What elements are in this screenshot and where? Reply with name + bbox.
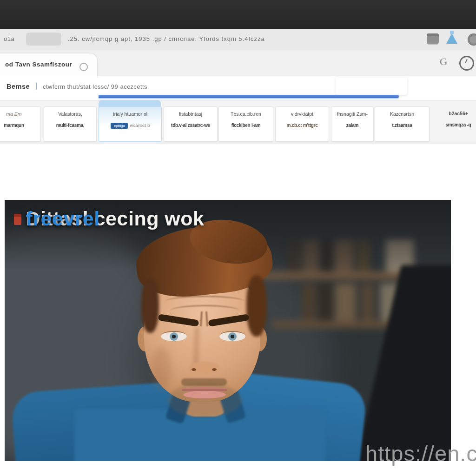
suggestion-card[interactable]: vidrvktatpt m.cb.c: m'ttgrc <box>275 106 329 142</box>
window-titlebar <box>0 0 476 29</box>
man-eye <box>161 331 187 341</box>
suggestion-card-highlighted[interactable]: tria'y htuamor ol epittigawicai tect lo <box>99 106 162 142</box>
browser-window: o1a .25. cw/jlcmqp g apt, 1935 .gp / cmr… <box>0 0 476 476</box>
suggestion-card[interactable]: fistabtntasj tdb.v-al zssatrc-ws <box>164 106 218 142</box>
suggestion-card[interactable]: fhsnagiti Zsm- zalam <box>331 106 374 142</box>
hero-image: Dittasl cecing wok freevrel <box>5 200 451 461</box>
card-line: t.ztsamsa <box>375 123 429 128</box>
printer-icon[interactable] <box>427 33 439 44</box>
headline-blue: freevrel <box>26 207 99 230</box>
suggestion-card-row: ma Em marmqun Valastoras, multi-fcasma, … <box>0 100 476 144</box>
card-title: Kazcnsrtsn <box>375 111 429 117</box>
lower-lip <box>183 391 226 398</box>
tab-title: od Tavn Ssamfiszour <box>5 61 72 68</box>
nose-tip <box>189 362 219 374</box>
watermark-url: https://en.c <box>365 441 476 466</box>
pupil <box>172 335 176 338</box>
card-title: b2ac56+ <box>430 111 476 116</box>
mouth-line <box>182 390 227 390</box>
suggestion-card[interactable]: Tbs.ca.cib.ren ficcklben i-am <box>218 106 273 142</box>
card-title: fhsnagiti Zsm- <box>331 111 373 117</box>
cheek-shading <box>152 347 171 390</box>
address-separator: | <box>35 82 37 90</box>
card-line: marmqun <box>0 123 40 128</box>
active-tab[interactable]: od Tavn Ssamfiszour <box>0 53 98 77</box>
tab-favicon <box>79 63 88 71</box>
suggestion-card[interactable]: ma Em marmqun <box>0 106 41 142</box>
card-title: ma Em <box>0 111 40 117</box>
address-url-text: ctwfcrm thut/stat lcssc/ 99 acczcetts <box>43 83 147 90</box>
book <box>302 284 316 321</box>
progress-bar <box>99 95 399 98</box>
card-button-caption: wicai tect lo <box>130 123 150 128</box>
card-button[interactable]: epittiga <box>111 123 128 129</box>
address-bar[interactable]: Bemse | ctwfcrm thut/stat lcssc/ 99 accz… <box>0 76 476 100</box>
menu-items-text: .25. cw/jlcmqp g apt, 1935 .gp / cmrcnae… <box>68 35 265 42</box>
iris <box>228 332 237 341</box>
clock-icon[interactable] <box>459 56 474 71</box>
suggestion-card[interactable]: Valastoras, multi-fcasma, <box>44 106 97 142</box>
nostril <box>212 368 217 371</box>
book <box>320 284 331 321</box>
man-hair-temple <box>246 275 267 337</box>
forehead-wrinkle <box>170 305 240 317</box>
g-glyph[interactable]: G <box>439 55 448 68</box>
card-title: Tbs.ca.cib.ren <box>219 111 273 117</box>
card-line: smsmqza -q <box>430 122 476 127</box>
card-title: vidrvktatpt <box>276 111 329 117</box>
card-line: epittigawicai tect lo <box>99 123 161 129</box>
flask-icon[interactable] <box>446 33 457 44</box>
card-line: zalam <box>331 123 373 128</box>
card-line: tdb.v-al zssatrc-ws <box>164 123 217 128</box>
hero-headline: Dittasl cecing wok freevrel <box>8 207 26 230</box>
nostril <box>192 368 196 371</box>
iris <box>170 332 178 341</box>
man-hair-temple <box>141 278 159 333</box>
tab-strip: od Tavn Ssamfiszour G <box>0 50 476 76</box>
menu-bar: o1a .25. cw/jlcmqp g apt, 1935 .gp / cmr… <box>0 29 476 51</box>
pupil <box>231 335 234 338</box>
card-title: Valastoras, <box>44 111 96 117</box>
card-line: ficcklben i-am <box>219 123 273 128</box>
man-eye <box>219 331 245 341</box>
menu-placeholder-pill <box>26 33 61 46</box>
book <box>335 284 356 321</box>
address-label: Bemse <box>7 83 30 90</box>
suggestion-card[interactable]: b2ac56+ smsmqza -q <box>430 106 476 141</box>
address-dropdown-box[interactable] <box>336 77 407 95</box>
card-line: multi-fcasma, <box>44 123 96 128</box>
card-title: fistabtntasj <box>164 111 217 117</box>
card-title: tria'y htuamor ol <box>99 111 161 117</box>
circle-avatar-icon[interactable] <box>468 33 476 46</box>
menu-left-text: o1a <box>4 35 14 42</box>
card-line: m.cb.c: m'ttgrc <box>276 123 329 128</box>
suggestion-card[interactable]: Kazcnsrtsn t.ztsamsa <box>375 106 430 142</box>
book <box>361 284 375 321</box>
